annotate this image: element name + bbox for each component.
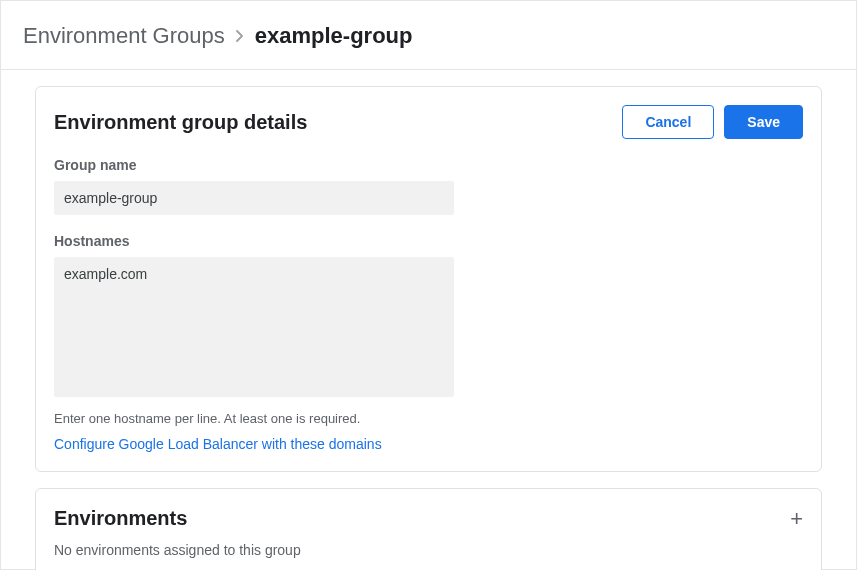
hostnames-textarea[interactable] — [54, 257, 454, 397]
save-button[interactable]: Save — [724, 105, 803, 139]
cancel-button[interactable]: Cancel — [622, 105, 714, 139]
breadcrumb-current: example-group — [255, 23, 413, 49]
add-environment-icon[interactable]: + — [790, 508, 803, 530]
environments-card: Environments + No environments assigned … — [35, 488, 822, 570]
chevron-right-icon — [235, 29, 245, 43]
group-name-label: Group name — [54, 157, 803, 173]
details-card-title: Environment group details — [54, 111, 307, 134]
hostnames-helper: Enter one hostname per line. At least on… — [54, 411, 803, 426]
hostnames-label: Hostnames — [54, 233, 803, 249]
breadcrumb-parent[interactable]: Environment Groups — [23, 23, 225, 49]
environments-empty-text: No environments assigned to this group — [36, 542, 821, 570]
environments-card-title: Environments — [54, 507, 187, 530]
breadcrumb: Environment Groups example-group — [1, 1, 856, 70]
details-card: Environment group details Cancel Save Gr… — [35, 86, 822, 472]
group-name-input[interactable] — [54, 181, 454, 215]
configure-lb-link[interactable]: Configure Google Load Balancer with thes… — [54, 436, 382, 452]
